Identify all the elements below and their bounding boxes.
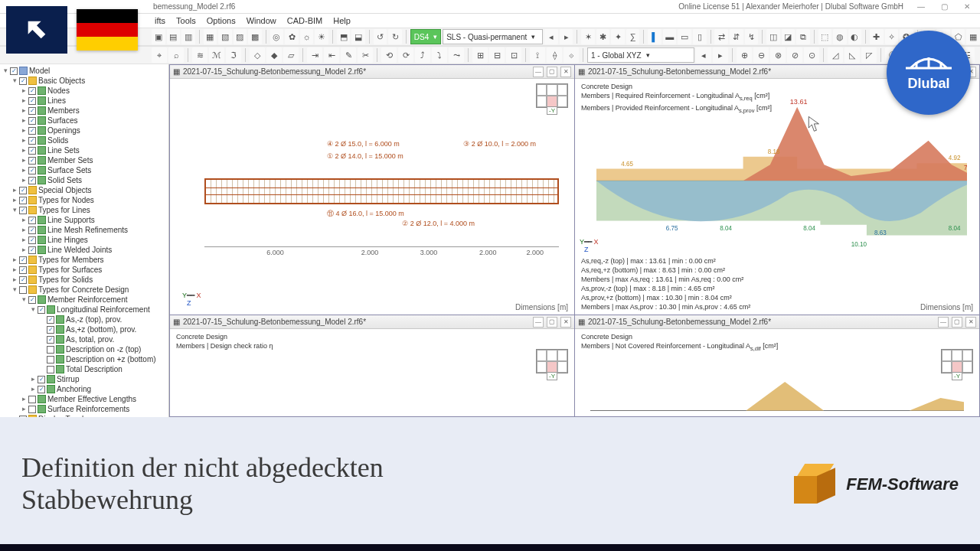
toolbar-button[interactable]: ⟲ xyxy=(381,47,397,63)
toolbar-button[interactable]: ℑ xyxy=(226,47,241,63)
pane-max-icon[interactable]: ▢ xyxy=(952,317,962,328)
toolbar-button[interactable]: ▱ xyxy=(283,47,299,63)
toolbar-button[interactable]: ⊞ xyxy=(472,47,488,63)
toolbar-button[interactable]: ▤ xyxy=(167,29,181,44)
toolbar-button[interactable]: ⤵ xyxy=(432,47,447,63)
window-close-icon[interactable]: ✕ xyxy=(959,2,975,12)
pane-close-icon[interactable]: ✕ xyxy=(560,67,571,77)
toolbar-button[interactable]: ⬓ xyxy=(351,29,365,44)
menu-item[interactable]: CAD-BIM xyxy=(286,16,324,25)
toolbar-button[interactable]: ▭ xyxy=(678,29,691,44)
pane-body[interactable]: -Y ④ 2 Ø 15.0, l = 6.000 m ③ 2 Ø 10.0, l… xyxy=(170,79,574,315)
pane-min-icon[interactable]: — xyxy=(938,317,949,328)
toolbar-button[interactable]: ⟠ xyxy=(547,47,562,63)
toolbar-button[interactable]: ✧ xyxy=(885,29,899,44)
toolbar-button[interactable]: ✂ xyxy=(358,47,373,63)
toolbar-button[interactable]: ⟐ xyxy=(564,47,579,63)
menu-item[interactable]: ifts xyxy=(153,16,167,25)
toolbar-button[interactable]: ⇵ xyxy=(730,29,743,44)
toolbar-button[interactable]: ⊗ xyxy=(770,47,786,63)
toolbar-button[interactable]: ⊕ xyxy=(737,47,752,63)
toolbar-button[interactable]: ℳ xyxy=(209,47,224,63)
toolbar-button[interactable]: ◂ xyxy=(696,47,711,63)
toolbar-button[interactable]: ◍ xyxy=(833,29,847,44)
pane-close-icon[interactable]: ✕ xyxy=(965,317,976,328)
toolbar-button[interactable]: ▦ xyxy=(966,29,980,44)
toolbar-button[interactable]: ≋ xyxy=(192,47,207,63)
toolbar-button[interactable]: ⬒ xyxy=(337,29,351,44)
toolbar-button[interactable]: ⊘ xyxy=(787,47,802,63)
toolbar-button[interactable]: ↯ xyxy=(745,29,759,44)
toolbar-button[interactable]: ◿ xyxy=(828,47,843,63)
toolbar-button[interactable]: ⌖ xyxy=(152,47,167,63)
toolbar-button[interactable]: ◫ xyxy=(766,29,780,44)
toolbar-button[interactable]: ⊙ xyxy=(804,47,819,63)
toolbar-button[interactable]: ▨ xyxy=(234,29,247,44)
toolbar-button[interactable]: ▦ xyxy=(204,29,217,44)
toolbar-button[interactable]: ⊟ xyxy=(489,47,505,63)
toolbar-button[interactable]: ◪ xyxy=(782,29,795,44)
toolbar-button[interactable]: ▌ xyxy=(648,29,662,44)
toolbar-button[interactable]: ⬚ xyxy=(818,29,832,44)
toolbar-button[interactable]: ⟟ xyxy=(530,47,545,63)
toolbar-button[interactable]: ↺ xyxy=(374,29,387,44)
toolbar-button[interactable]: ✿ xyxy=(285,29,299,44)
toolbar-button[interactable]: ⌕ xyxy=(168,47,184,63)
toolbar-button[interactable]: ◎ xyxy=(270,29,284,44)
toolbar-button[interactable]: ▥ xyxy=(181,29,195,44)
combo-coord[interactable]: 1 - Global XYZ xyxy=(587,47,694,63)
toolbar-button[interactable]: ◇ xyxy=(250,47,265,63)
toolbar-button[interactable]: ⤳ xyxy=(449,47,464,63)
view-orientation-icon[interactable]: -Y xyxy=(536,349,568,373)
toolbar-button[interactable]: ⤴ xyxy=(415,47,430,63)
toolbar-button[interactable]: ◆ xyxy=(266,47,282,63)
combo-case[interactable]: DS4 xyxy=(410,29,441,44)
toolbar-button[interactable]: ↻ xyxy=(388,29,402,44)
toolbar-button[interactable]: ▸ xyxy=(560,29,573,44)
pane-body[interactable]: Concrete Design Members | Required Reinf… xyxy=(575,79,979,315)
menu-item[interactable]: Tools xyxy=(175,16,198,25)
view-orientation-icon[interactable]: -Y xyxy=(536,83,568,108)
toolbar-button[interactable]: ⇥ xyxy=(307,47,322,63)
pane-max-icon[interactable]: ▢ xyxy=(547,317,557,328)
toolbar-button[interactable]: ◺ xyxy=(844,47,860,63)
toolbar-button[interactable]: ⟳ xyxy=(398,47,413,63)
toolbar-button[interactable]: ✚ xyxy=(870,29,884,44)
toolbar-button[interactable]: ▩ xyxy=(248,29,262,44)
menu-item[interactable]: Help xyxy=(332,16,352,25)
toolbar-button[interactable]: ∑ xyxy=(626,29,640,44)
toolbar-button[interactable]: ◸ xyxy=(861,47,877,63)
pane-min-icon[interactable]: — xyxy=(533,67,544,77)
pane-body[interactable]: Concrete Design Members | Design check r… xyxy=(170,329,574,416)
toolbar-button[interactable]: ⧉ xyxy=(796,29,810,44)
pane-max-icon[interactable]: ▢ xyxy=(547,67,557,77)
toolbar-button[interactable]: ✱ xyxy=(596,29,610,44)
toolbar-button[interactable]: ▸ xyxy=(713,47,728,63)
toolbar-button[interactable]: ⊖ xyxy=(753,47,769,63)
toolbar-button[interactable]: ▬ xyxy=(663,29,677,44)
toolbar-button[interactable]: ◂ xyxy=(544,29,558,44)
window-maximize-icon[interactable]: ▢ xyxy=(936,2,952,12)
toolbar-button[interactable]: ⇤ xyxy=(324,47,339,63)
toolbar-button[interactable]: ☀ xyxy=(315,29,328,44)
navigator-tree[interactable]: ▾Model ▾Basic Objects ▸Nodes ▸Lines ▸Mem… xyxy=(0,64,169,417)
menu-item[interactable]: Options xyxy=(205,16,237,25)
toolbar-button[interactable]: ▧ xyxy=(218,29,232,44)
pane-design-ratio: ▦ 2021-07-15_Schulung-Betonbemessung_Mod… xyxy=(170,315,574,416)
toolbar-button[interactable]: ☼ xyxy=(300,29,314,44)
window-minimize-icon[interactable]: — xyxy=(913,2,929,12)
toolbar-button[interactable]: ◐ xyxy=(848,29,862,44)
pane-body[interactable]: Concrete Design Members | Not Covered Re… xyxy=(575,329,979,416)
combo-limitstate[interactable]: SLS - Quasi-permanent xyxy=(443,29,543,44)
pane-min-icon[interactable]: — xyxy=(533,317,544,328)
menu-item[interactable]: Window xyxy=(245,16,278,25)
pane-close-icon[interactable]: ✕ xyxy=(560,317,571,328)
toolbar-button[interactable]: ✦ xyxy=(611,29,625,44)
toolbar-button[interactable]: ▣ xyxy=(152,29,165,44)
unit-label: Dimensions [m] xyxy=(515,303,568,311)
toolbar-button[interactable]: ✶ xyxy=(581,29,595,44)
toolbar-button[interactable]: ⇄ xyxy=(714,29,728,44)
toolbar-button[interactable]: ✎ xyxy=(341,47,356,63)
toolbar-button[interactable]: ⊡ xyxy=(506,47,521,63)
toolbar-button[interactable]: ▯ xyxy=(693,29,707,44)
